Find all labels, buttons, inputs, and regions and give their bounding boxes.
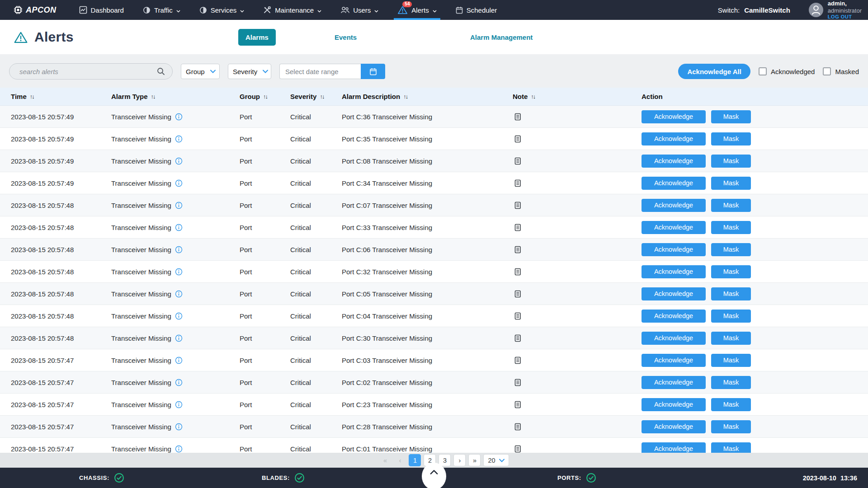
mask-button[interactable]: Mask — [711, 155, 751, 168]
mask-button[interactable]: Mask — [711, 332, 751, 345]
info-icon[interactable] — [175, 423, 183, 431]
mask-button[interactable]: Mask — [711, 265, 751, 278]
sort-icon[interactable]: ↑↓ — [263, 93, 267, 100]
search-input[interactable] — [9, 68, 157, 75]
note-icon[interactable] — [514, 334, 642, 342]
pagination-page-1[interactable]: 1 — [409, 454, 421, 466]
note-icon[interactable] — [514, 179, 642, 187]
mask-button[interactable]: Mask — [711, 243, 751, 256]
masked-filter[interactable]: Masked — [823, 67, 859, 75]
nav-item-dashboard[interactable]: Dashboard — [79, 0, 124, 20]
pagination-next-button[interactable]: › — [453, 454, 466, 466]
info-icon[interactable] — [175, 157, 183, 165]
acknowledge-button[interactable]: Acknowledge — [642, 243, 706, 256]
sort-icon[interactable]: ↑↓ — [30, 93, 34, 100]
severity-select[interactable]: Severity — [228, 64, 271, 79]
search-icon[interactable] — [157, 67, 165, 75]
scroll-to-top-button[interactable] — [422, 463, 446, 488]
acknowledge-button[interactable]: Acknowledge — [642, 177, 706, 190]
info-icon[interactable] — [175, 113, 183, 121]
pagination-first-button[interactable]: « — [379, 454, 391, 466]
note-icon[interactable] — [514, 246, 642, 253]
calendar-button[interactable] — [361, 64, 385, 79]
acknowledged-filter[interactable]: Acknowledged — [759, 67, 815, 75]
acknowledge-button[interactable]: Acknowledge — [642, 265, 706, 278]
acknowledge-button[interactable]: Acknowledge — [642, 354, 706, 367]
acknowledge-button[interactable]: Acknowledge — [642, 310, 706, 323]
note-icon[interactable] — [514, 113, 642, 121]
note-icon[interactable] — [514, 202, 642, 209]
sort-icon[interactable]: ↑↓ — [320, 93, 324, 100]
masked-checkbox[interactable] — [823, 67, 831, 75]
nav-item-maintenance[interactable]: Maintenance — [263, 0, 321, 20]
acknowledge-button[interactable]: Acknowledge — [642, 199, 706, 212]
acknowledged-checkbox[interactable] — [759, 67, 767, 75]
column-header-group[interactable]: Group↑↓ — [240, 93, 290, 100]
mask-button[interactable]: Mask — [711, 221, 751, 234]
nav-item-users[interactable]: Users — [340, 0, 378, 20]
info-icon[interactable] — [175, 268, 183, 276]
info-icon[interactable] — [175, 401, 183, 408]
pagination-last-button[interactable]: » — [468, 454, 481, 466]
date-range-input[interactable] — [279, 64, 361, 79]
note-icon[interactable] — [514, 135, 642, 143]
note-icon[interactable] — [514, 445, 642, 453]
mask-button[interactable]: Mask — [711, 110, 751, 123]
note-icon[interactable] — [514, 312, 642, 320]
acknowledge-button[interactable]: Acknowledge — [642, 332, 706, 345]
info-icon[interactable] — [175, 334, 183, 342]
group-select[interactable]: Group — [181, 64, 220, 79]
acknowledge-button[interactable]: Acknowledge — [642, 398, 706, 411]
info-icon[interactable] — [175, 224, 183, 231]
switch-selector[interactable]: Switch: CamilleSwitch — [718, 6, 790, 14]
acknowledge-button[interactable]: Acknowledge — [642, 155, 706, 168]
acknowledge-button[interactable]: Acknowledge — [642, 376, 706, 389]
pagination-prev-button[interactable]: ‹ — [394, 454, 406, 466]
column-header-description[interactable]: Alarm Description↑↓ — [342, 93, 513, 100]
tab-events[interactable]: Events — [335, 33, 357, 41]
info-icon[interactable] — [175, 379, 183, 386]
acknowledge-all-button[interactable]: Acknowledge All — [678, 64, 750, 79]
note-icon[interactable] — [514, 290, 642, 298]
mask-button[interactable]: Mask — [711, 420, 751, 433]
acknowledge-button[interactable]: Acknowledge — [642, 420, 706, 433]
nav-item-alerts[interactable]: 54 Alerts — [397, 0, 436, 20]
logout-link[interactable]: LOG OUT — [828, 14, 862, 20]
info-icon[interactable] — [175, 445, 183, 453]
page-size-select[interactable]: 20 — [483, 454, 509, 466]
nav-item-scheduler[interactable]: Scheduler — [456, 0, 497, 20]
info-icon[interactable] — [175, 246, 183, 253]
note-icon[interactable] — [514, 379, 642, 386]
sort-icon[interactable]: ↑↓ — [151, 93, 155, 100]
acknowledge-button[interactable]: Acknowledge — [642, 287, 706, 300]
note-icon[interactable] — [514, 357, 642, 364]
sort-icon[interactable]: ↑↓ — [531, 93, 535, 100]
nav-item-services[interactable]: Services — [199, 0, 245, 20]
acknowledge-button[interactable]: Acknowledge — [642, 221, 706, 234]
sort-icon[interactable]: ↑↓ — [403, 93, 407, 100]
mask-button[interactable]: Mask — [711, 132, 751, 145]
info-icon[interactable] — [175, 179, 183, 187]
tab-alarms[interactable]: Alarms — [238, 29, 276, 46]
mask-button[interactable]: Mask — [711, 354, 751, 367]
column-header-alarm-type[interactable]: Alarm Type↑↓ — [111, 93, 240, 100]
note-icon[interactable] — [514, 401, 642, 408]
info-icon[interactable] — [175, 202, 183, 209]
note-icon[interactable] — [514, 157, 642, 165]
column-header-note[interactable]: Note↑↓ — [513, 93, 642, 100]
mask-button[interactable]: Mask — [711, 199, 751, 212]
acknowledge-button[interactable]: Acknowledge — [642, 110, 706, 123]
info-icon[interactable] — [175, 357, 183, 364]
info-icon[interactable] — [175, 135, 183, 143]
mask-button[interactable]: Mask — [711, 398, 751, 411]
note-icon[interactable] — [514, 268, 642, 276]
mask-button[interactable]: Mask — [711, 376, 751, 389]
acknowledge-button[interactable]: Acknowledge — [642, 132, 706, 145]
tab-alarm-management[interactable]: Alarm Management — [470, 33, 533, 41]
info-icon[interactable] — [175, 312, 183, 320]
mask-button[interactable]: Mask — [711, 287, 751, 300]
column-header-time[interactable]: Time↑↓ — [11, 93, 111, 100]
mask-button[interactable]: Mask — [711, 177, 751, 190]
avatar[interactable] — [808, 2, 824, 18]
column-header-severity[interactable]: Severity↑↓ — [290, 93, 342, 100]
